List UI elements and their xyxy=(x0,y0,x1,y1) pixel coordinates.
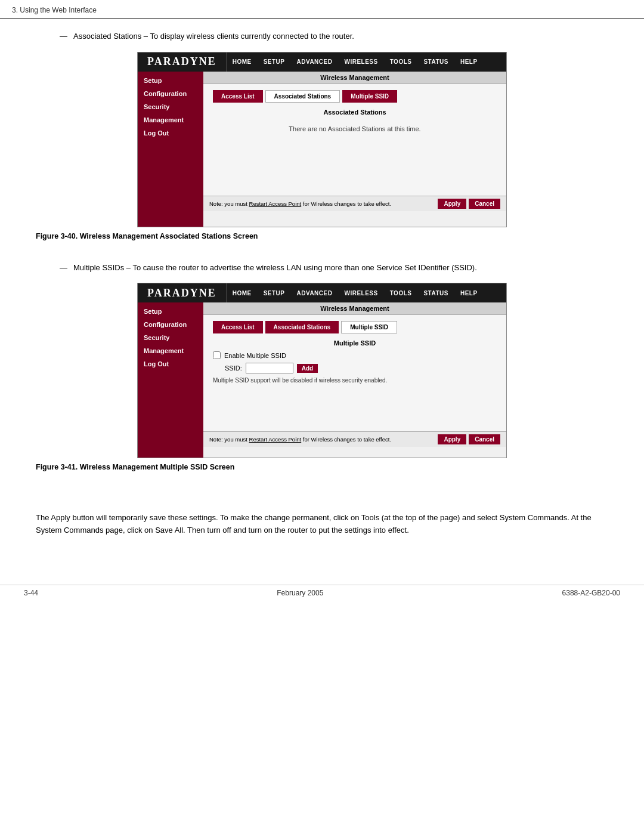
router-footer-41: Note: you must Restart Access Point for … xyxy=(203,431,506,447)
bullet-dash-2: — xyxy=(60,262,67,274)
enable-ssid-checkbox[interactable] xyxy=(213,351,221,359)
router-body-41: Setup Configuration Security Management … xyxy=(138,302,506,458)
cancel-btn-40[interactable]: Cancel xyxy=(469,199,500,209)
restart-link-41[interactable]: Restart Access Point xyxy=(249,436,302,443)
figure-40-caption: Figure 3-40. Wireless Management Associa… xyxy=(36,232,608,240)
footer-date: February 2005 xyxy=(277,589,323,597)
bullet-item-1: — Associated Stations – To display wirel… xyxy=(36,30,608,42)
tab-access-list-41[interactable]: Access List xyxy=(213,321,263,333)
nav-advanced-40[interactable]: ADVANCED xyxy=(291,52,339,72)
tab-multiple-ssid-40[interactable]: Multiple SSID xyxy=(342,90,397,103)
router-body-40: Setup Configuration Security Management … xyxy=(138,72,506,227)
router-nav-items-41: HOME SETUP ADVANCED WIRELESS TOOLS STATU… xyxy=(227,283,484,302)
bullet-text-2: Multiple SSIDs – To cause the router to … xyxy=(73,262,477,274)
restart-link-40[interactable]: Restart Access Point xyxy=(249,200,302,207)
bullet-text-1: Associated Stations – To display wireles… xyxy=(73,30,354,42)
tab-access-list-40[interactable]: Access List xyxy=(213,90,263,103)
nav-status-41[interactable]: STATUS xyxy=(417,283,454,302)
sidebar-logout-40[interactable]: Log Out xyxy=(138,126,203,140)
enable-ssid-label: Enable Multiple SSID xyxy=(224,352,286,359)
router-sidebar-41: Setup Configuration Security Management … xyxy=(138,302,203,458)
ssid-note: Multiple SSID support will be disabled i… xyxy=(213,377,497,384)
router-logo-41: PARADYNE xyxy=(138,283,227,302)
nav-advanced-41[interactable]: ADVANCED xyxy=(291,283,339,302)
footer-buttons-40: Apply Cancel xyxy=(438,199,500,209)
tab-row-40: Access List Associated Stations Multiple… xyxy=(213,90,497,103)
chapter-title: 3. Using the Web Interface xyxy=(12,6,97,14)
bullet-dash-1: — xyxy=(60,30,67,42)
sidebar-logout-41[interactable]: Log Out xyxy=(138,357,203,370)
tab-associated-stations-41[interactable]: Associated Stations xyxy=(265,321,339,333)
footer-doc-number: 6388-A2-GB20-00 xyxy=(562,589,620,597)
nav-status-40[interactable]: STATUS xyxy=(417,52,454,72)
sidebar-management-40[interactable]: Management xyxy=(138,113,203,126)
ssid-input-row: SSID: Add xyxy=(225,363,497,373)
nav-tools-40[interactable]: TOOLS xyxy=(384,52,418,72)
router-nav-40: PARADYNE HOME SETUP ADVANCED WIRELESS TO… xyxy=(138,52,506,72)
footer-buttons-41: Apply Cancel xyxy=(438,434,500,444)
figure-41-router-ui: PARADYNE HOME SETUP ADVANCED WIRELESS TO… xyxy=(137,283,507,458)
cancel-btn-41[interactable]: Cancel xyxy=(469,434,500,444)
figure-41-caption: Figure 3-41. Wireless Management Multipl… xyxy=(36,463,608,471)
empty-area-40 xyxy=(213,142,497,190)
tab-associated-stations-40[interactable]: Associated Stations xyxy=(265,90,340,103)
sidebar-management-41[interactable]: Management xyxy=(138,344,203,357)
tab-multiple-ssid-41[interactable]: Multiple SSID xyxy=(341,321,397,333)
router-sidebar-40: Setup Configuration Security Management … xyxy=(138,72,203,227)
nav-setup-41[interactable]: SETUP xyxy=(258,283,291,302)
section-heading-40: Associated Stations xyxy=(213,109,497,116)
page-header: 3. Using the Web Interface xyxy=(0,0,644,18)
sidebar-security-41[interactable]: Security xyxy=(138,331,203,344)
router-logo-40: PARADYNE xyxy=(138,52,227,72)
sidebar-setup-41[interactable]: Setup xyxy=(138,305,203,318)
sidebar-configuration-41[interactable]: Configuration xyxy=(138,318,203,331)
figure-40-router-ui: PARADYNE HOME SETUP ADVANCED WIRELESS TO… xyxy=(137,52,507,227)
nav-help-40[interactable]: HELP xyxy=(454,52,484,72)
enable-ssid-row: Enable Multiple SSID xyxy=(213,351,497,359)
router-main-41: Wireless Management Access List Associat… xyxy=(203,302,506,458)
nav-tools-41[interactable]: TOOLS xyxy=(384,283,418,302)
sidebar-setup-40[interactable]: Setup xyxy=(138,74,203,87)
apply-btn-40[interactable]: Apply xyxy=(438,199,466,209)
add-ssid-button[interactable]: Add xyxy=(297,364,318,373)
main-content-41: Access List Associated Stations Multiple… xyxy=(203,315,506,431)
page-footer: 3-44 February 2005 6388-A2-GB20-00 xyxy=(0,585,644,597)
router-main-40: Wireless Management Access List Associat… xyxy=(203,72,506,227)
main-content-40: Access List Associated Stations Multiple… xyxy=(203,84,506,196)
nav-wireless-40[interactable]: WIRELESS xyxy=(338,52,383,72)
sidebar-configuration-40[interactable]: Configuration xyxy=(138,87,203,100)
main-title-40: Wireless Management xyxy=(203,72,506,84)
router-nav-41: PARADYNE HOME SETUP ADVANCED WIRELESS TO… xyxy=(138,283,506,302)
nav-setup-40[interactable]: SETUP xyxy=(258,52,291,72)
footer-note-41: Note: you must Restart Access Point for … xyxy=(209,436,438,443)
nav-home-40[interactable]: HOME xyxy=(227,52,258,72)
bullet-item-2: — Multiple SSIDs – To cause the router t… xyxy=(36,262,608,274)
router-nav-items-40: HOME SETUP ADVANCED WIRELESS TOOLS STATU… xyxy=(227,52,484,72)
info-text-40: There are no Associated Stations at this… xyxy=(213,125,497,132)
ssid-input[interactable] xyxy=(246,363,293,373)
section-heading-41: Multiple SSID xyxy=(213,339,497,347)
tab-row-41: Access List Associated Stations Multiple… xyxy=(213,321,497,333)
main-title-41: Wireless Management xyxy=(203,302,506,315)
apply-btn-41[interactable]: Apply xyxy=(438,434,466,444)
ssid-label: SSID: xyxy=(225,365,242,372)
nav-wireless-41[interactable]: WIRELESS xyxy=(338,283,383,302)
empty-area-41 xyxy=(213,384,497,425)
sidebar-security-40[interactable]: Security xyxy=(138,100,203,113)
router-footer-40: Note: you must Restart Access Point for … xyxy=(203,196,506,211)
nav-home-41[interactable]: HOME xyxy=(227,283,258,302)
page-content: — Associated Stations – To display wirel… xyxy=(0,18,644,549)
footer-note-40: Note: you must Restart Access Point for … xyxy=(209,200,438,207)
nav-help-41[interactable]: HELP xyxy=(454,283,484,302)
footer-page-number: 3-44 xyxy=(24,589,38,597)
body-paragraph: The Apply button will temporarily save t… xyxy=(36,512,608,537)
